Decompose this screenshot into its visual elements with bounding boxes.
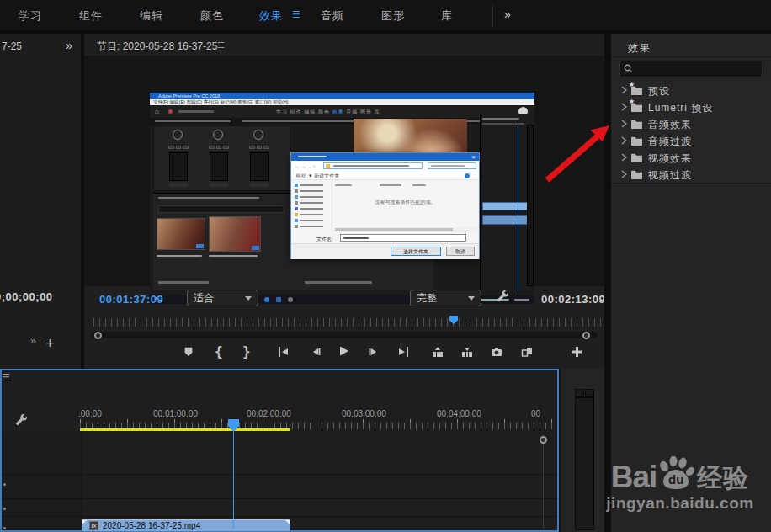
ns-dialog-primary-button: 选择文件夹 — [391, 247, 441, 256]
chevron-down-icon — [468, 295, 475, 301]
timeline-vscrollbar-handle[interactable] — [540, 436, 547, 444]
workspace-tab-color[interactable]: 颜色 — [200, 8, 224, 24]
step-forward-button[interactable] — [367, 345, 380, 359]
work-area-bar[interactable] — [80, 428, 290, 431]
lift-button[interactable] — [431, 345, 444, 359]
ns-panel-headers — [150, 118, 534, 125]
workspace-tab-effects[interactable]: 效果 — [259, 8, 283, 24]
timeline-ruler-label: 00:01:00:00 — [153, 409, 198, 418]
add-marker-button[interactable] — [182, 345, 195, 359]
folder-icon — [630, 119, 643, 129]
timeline-panel: ☰ :00:00 00:01:00:00 00:02:00:00 00:03:0… — [0, 369, 559, 532]
ns-alert-icon — [168, 109, 173, 114]
step-back-button[interactable] — [309, 345, 322, 359]
source-monitor-panel: 7-25 » 0;00;00;00 » + — [0, 34, 81, 369]
effects-search-input[interactable] — [637, 62, 758, 76]
track-toggle-dot[interactable] — [3, 508, 6, 510]
panel-divider[interactable] — [604, 30, 611, 532]
track-divider — [2, 498, 557, 499]
folder-icon — [630, 136, 643, 146]
source-more-icon[interactable]: » — [30, 335, 36, 347]
workspace-tab-audio[interactable]: 音频 — [321, 8, 344, 24]
track-divider — [2, 516, 557, 517]
workspace-bar: 学习 组件 编辑 颜色 效果 ☰ 音频 图形 库 » — [0, 0, 771, 34]
audio-meters-panel — [561, 369, 604, 532]
effects-tree-row-audio-transitions[interactable]: 音频过渡 — [611, 132, 771, 150]
extract-button[interactable] — [460, 345, 474, 359]
chevron-right-icon[interactable] — [621, 153, 627, 162]
mark-out-button[interactable]: } — [242, 343, 251, 359]
ns-tabs-left: 学习 组件 编辑 颜色 — [276, 109, 330, 114]
folder-icon — [630, 169, 643, 179]
ns-file-dialog: ✕ ← → ⌄ ↑ 组织 ▼ 新建文件夹 — [290, 152, 480, 259]
workspace-tab-editing[interactable]: 编辑 — [140, 8, 163, 24]
ns-dialog-addressbar: ← → ⌄ ↑ — [291, 161, 479, 173]
chevron-right-icon[interactable] — [621, 136, 627, 145]
workspace-overflow-icon[interactable]: » — [504, 8, 512, 21]
program-tab-label[interactable]: 节目: 2020-05-28 16-37-25 — [97, 40, 217, 54]
program-ruler[interactable] — [88, 318, 601, 327]
play-button[interactable] — [337, 344, 350, 358]
program-panel-menu-icon[interactable]: ☰ — [217, 40, 225, 50]
program-settings-wrench-icon[interactable] — [495, 289, 510, 304]
workspace-tab-libraries[interactable]: 库 — [441, 8, 453, 24]
timeline-panel-menu-icon[interactable]: ☰ — [2, 372, 10, 383]
ns-audio-mixer — [153, 125, 290, 191]
program-quality-dropdown[interactable]: 完整 — [410, 290, 481, 306]
effects-panel-title[interactable]: 效果 — [628, 41, 651, 56]
workspace-tab-learning[interactable]: 学习 — [19, 8, 42, 24]
effects-tree-row-video-transitions[interactable]: 视频过渡 — [611, 166, 771, 184]
source-add-icon[interactable]: + — [45, 335, 55, 353]
track-toggle-dot[interactable] — [3, 527, 6, 529]
timeline-ruler-label: 00:03:00:00 — [342, 409, 386, 418]
ns-dialog-toolbar: 组织 ▼ 新建文件夹 — [291, 172, 479, 180]
button-editor-plus-icon[interactable] — [570, 345, 583, 359]
ns-dialog-columns-dash — [335, 182, 426, 187]
program-quality-value: 完整 — [417, 291, 437, 306]
ns-dialog-buttons: 选择文件夹 取消 — [291, 243, 479, 259]
chevron-right-icon[interactable] — [621, 170, 627, 178]
go-to-out-button[interactable] — [396, 345, 410, 359]
program-zoom-dropdown[interactable]: 适合 — [187, 290, 258, 306]
program-scrollbar[interactable] — [91, 332, 598, 338]
divider — [611, 56, 771, 57]
export-frame-camera-icon[interactable] — [490, 345, 503, 359]
timeline-clip[interactable]: fx 2020-05-28 16-37-25.mp4 — [82, 519, 290, 531]
track-toggle-dot[interactable] — [3, 483, 6, 486]
workspace-tab-menu-icon[interactable]: ☰ — [292, 9, 300, 20]
ns-project-search — [158, 205, 284, 213]
timeline-vscrollbar[interactable] — [543, 434, 544, 529]
workspace-tab-assembly[interactable]: 组件 — [79, 8, 103, 24]
program-preview-frame: Adobe Premiere Pro CC 2018 文件(F) 编辑(E) 剪… — [150, 93, 534, 304]
effects-tree-row-lumetri-presets[interactable]: ★ Lumetri 预设 — [611, 98, 771, 116]
comparison-view-button[interactable] — [520, 345, 534, 359]
go-to-in-button[interactable] — [277, 345, 290, 359]
clip-name: 2020-05-28 16-37-25.mp4 — [103, 521, 200, 530]
effects-tree-row-video-effects[interactable]: 视频效果 — [611, 149, 771, 167]
timeline-ruler-label: 00:04:00:00 — [437, 409, 481, 418]
source-tab-label[interactable]: 7-25 — [2, 40, 22, 52]
chevron-right-icon[interactable] — [621, 86, 627, 94]
source-panel-collapse-icon[interactable]: » — [66, 39, 72, 52]
ns-workspace-tabs: 学习 组件 编辑 颜色 效果 音频 图形 库 — [276, 109, 380, 116]
timeline-wrench-icon[interactable] — [13, 414, 29, 429]
effects-tree-row-audio-effects[interactable]: 音频效果 — [611, 115, 771, 133]
effects-tree-row-presets[interactable]: ★ 预设 — [611, 82, 771, 99]
chevron-right-icon[interactable] — [621, 103, 627, 111]
ns-dialog-empty-hint: 没有与搜索条件匹配的项。 — [332, 199, 479, 206]
panel-divider[interactable] — [81, 34, 84, 369]
chevron-right-icon[interactable] — [621, 120, 627, 128]
effects-tree-label: 音频过渡 — [648, 135, 692, 149]
ns-menubar: 文件(F) 编辑(E) 剪辑(C) 序列(S) 标记(M) 图形(G) 窗口(W… — [150, 99, 534, 105]
mark-in-button[interactable]: { — [215, 343, 223, 359]
ns-thumbnail — [157, 218, 205, 250]
program-current-timecode[interactable]: 00:01:37:09 — [99, 293, 163, 306]
timeline-ruler-label: 00:02:00:00 — [247, 409, 291, 418]
effects-tree-label: Lumetri 预设 — [648, 101, 713, 115]
ns-mixer-strip — [166, 130, 191, 187]
ns-text-dash — [178, 110, 214, 113]
ns-home-icon: ⌂ — [155, 108, 159, 115]
workspace-tab-graphics[interactable]: 图形 — [381, 8, 405, 24]
effects-search-box[interactable] — [619, 61, 763, 77]
ns-mixer-strip — [247, 130, 272, 187]
